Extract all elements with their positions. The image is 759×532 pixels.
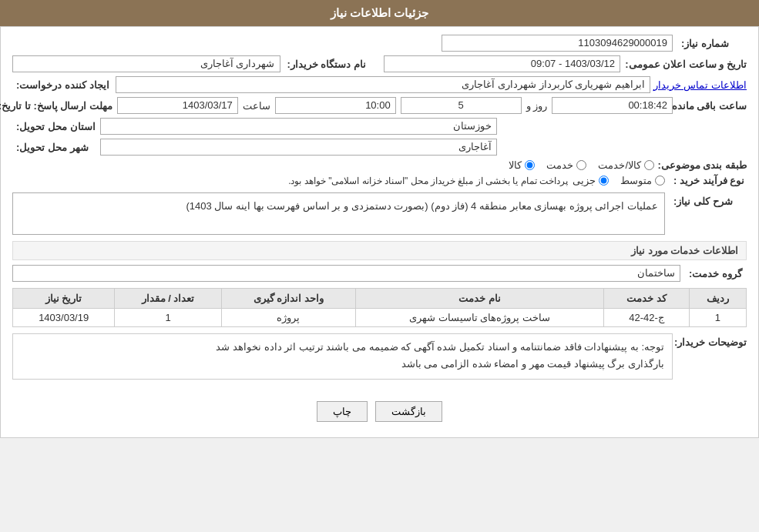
services-section-title: اطلاعات خدمات مورد نیاز — [12, 241, 747, 260]
category-goods-service-label: کالا/خدمت — [598, 159, 641, 171]
col-header-date: تاریخ نیاز — [13, 289, 115, 309]
col-header-qty: تعداد / مقدار — [115, 289, 221, 309]
radio-partial[interactable]: جزیی — [573, 175, 609, 186]
process-note: پرداخت تمام یا بخشی از مبلغ خریداز محل "… — [288, 176, 568, 186]
announce-date-value: 1403/03/12 - 09:07 — [384, 55, 621, 72]
deadline-time-label: ساعت — [243, 100, 270, 112]
services-table: ردیف کد خدمت نام خدمت واحد اندازه گیری ت… — [12, 288, 747, 327]
creator-value: ابراهیم شهریاری کاربرداز شهرداری آغاجاری — [116, 76, 650, 93]
province-value: خوزستان — [100, 118, 497, 135]
table-row: 1 ج-42-42 ساخت پروژه‌های تاسیسات شهری پر… — [13, 309, 747, 327]
deadline-label: مهلت ارسال پاسخ: تا تاریخ: — [12, 100, 113, 112]
deadline-day-label: روز و — [526, 100, 548, 112]
city-label: شهر محل تحویل: — [12, 142, 97, 153]
process-medium-label: متوسط — [620, 175, 652, 186]
buyer-notes-line2: بارگذاری برگ پیشنهاد قیمت مهر و امضاء شد… — [21, 356, 664, 373]
need-number-value: 1103094629000019 — [442, 35, 673, 52]
col-header-name: نام خدمت — [356, 289, 604, 309]
category-goods-label: کالا — [509, 159, 522, 171]
description-value: عملیات اجرائی پروژه بهسازی معابر منطقه 4… — [12, 192, 665, 235]
cell-date: 1403/03/19 — [13, 309, 115, 327]
description-label: شرح کلی نیاز: — [670, 192, 747, 207]
back-button[interactable]: بازگشت — [375, 401, 442, 422]
radio-goods[interactable]: کالا — [509, 159, 535, 171]
category-service-label: خدمت — [546, 159, 573, 171]
deadline-time-value: 10:00 — [275, 97, 396, 114]
process-partial-label: جزیی — [573, 175, 596, 186]
category-label: طبقه بندی موضوعی: — [662, 159, 747, 171]
print-button[interactable]: چاپ — [317, 401, 368, 422]
city-value: آغاجاری — [100, 139, 497, 156]
deadline-remaining-label: ساعت باقی مانده — [677, 100, 747, 112]
deadline-remaining-value: 00:18:42 — [552, 97, 673, 114]
page-header: جزئیات اطلاعات نیاز — [0, 0, 759, 26]
radio-goods-service[interactable]: کالا/خدمت — [598, 159, 654, 171]
cell-unit: پروژه — [221, 309, 355, 327]
announce-date-label: تاریخ و ساعت اعلان عمومی: — [623, 59, 747, 70]
province-label: استان محل تحویل: — [12, 121, 97, 132]
buyer-org-value: شهرداری آغاجاری — [12, 55, 280, 72]
deadline-date-value: 1403/03/17 — [117, 97, 238, 114]
deadline-days-value: 5 — [401, 97, 522, 114]
service-group-label: گروه خدمت: — [685, 268, 747, 279]
cell-qty: 1 — [115, 309, 221, 327]
creator-contact-link[interactable]: اطلاعات تماس خریدار — [653, 79, 747, 91]
need-number-label: شماره نیاز: — [677, 38, 747, 49]
cell-name: ساخت پروژه‌های تاسیسات شهری — [356, 309, 604, 327]
buyer-notes-label: توضیحات خریدار: — [677, 333, 747, 348]
cell-code: ج-42-42 — [604, 309, 690, 327]
col-header-code: کد خدمت — [604, 289, 690, 309]
process-label: نوع فرآیند خرید : — [670, 175, 747, 186]
buyer-org-label: نام دستگاه خریدار: — [284, 59, 376, 70]
buyer-notes-box: توجه: به پیشنهادات فاقد ضمانتنامه و اسنا… — [12, 333, 673, 380]
col-header-row: ردیف — [689, 289, 746, 309]
service-group-value: ساختمان — [12, 265, 680, 282]
radio-service[interactable]: خدمت — [546, 159, 586, 171]
radio-medium[interactable]: متوسط — [620, 175, 665, 186]
creator-label: ایجاد کننده درخواست: — [12, 79, 113, 91]
buyer-notes-line1: توجه: به پیشنهادات فاقد ضمانتنامه و اسنا… — [21, 339, 664, 356]
cell-row-num: 1 — [689, 309, 746, 327]
col-header-unit: واحد اندازه گیری — [221, 289, 355, 309]
